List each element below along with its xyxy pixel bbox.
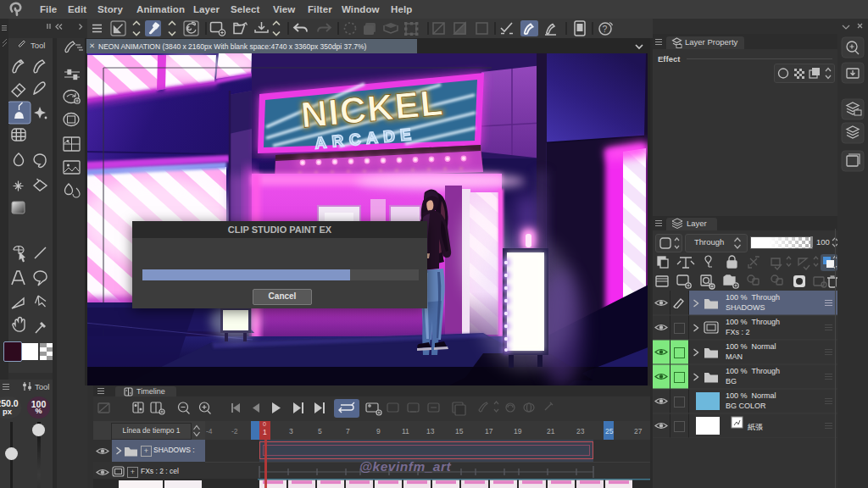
svg-text:?: ? bbox=[603, 24, 608, 34]
svg-text:Tool: Tool bbox=[31, 41, 45, 50]
